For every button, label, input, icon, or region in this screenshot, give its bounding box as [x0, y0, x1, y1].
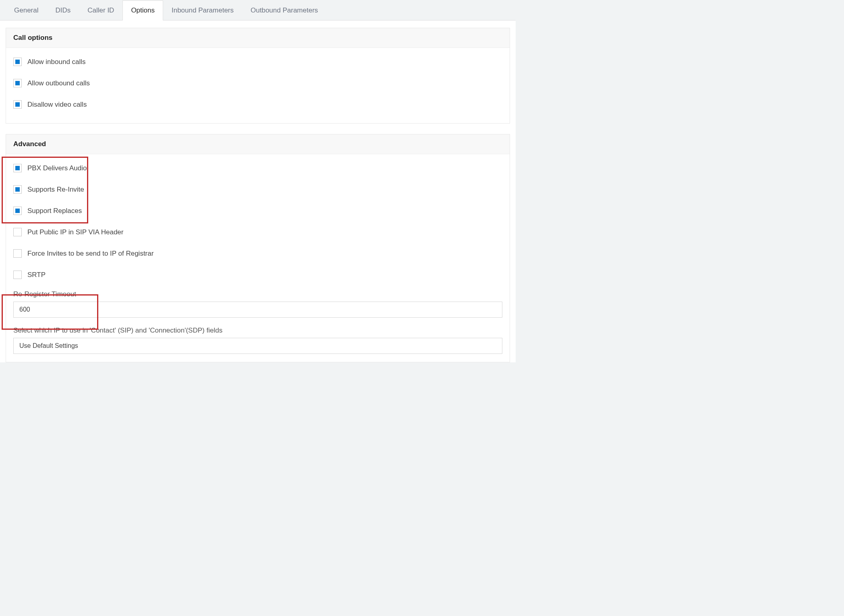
checkbox-supports-reinvite-label[interactable]: Supports Re-Invite: [27, 186, 84, 194]
tab-outbound-parameters[interactable]: Outbound Parameters: [242, 0, 326, 21]
tab-bar: General DIDs Caller ID Options Inbound P…: [0, 0, 516, 21]
panel-call-options: Call options Allow inbound calls Allow o…: [6, 28, 510, 124]
checkbox-srtp-label[interactable]: SRTP: [27, 271, 46, 279]
reregister-timeout-label: Re-Register Timeout: [13, 290, 502, 298]
panel-call-options-header: Call options: [6, 28, 510, 48]
checkbox-supports-reinvite[interactable]: [13, 185, 22, 194]
checkbox-allow-outbound-label[interactable]: Allow outbound calls: [27, 79, 90, 87]
tab-inbound-parameters[interactable]: Inbound Parameters: [163, 0, 242, 21]
ip-select-label: Select which IP to use in 'Contact' (SIP…: [13, 327, 502, 335]
checkbox-public-ip-sip-via-label[interactable]: Put Public IP in SIP VIA Header: [27, 228, 123, 236]
panel-advanced: Advanced PBX Delivers Audio Supports Re-…: [6, 134, 510, 362]
checkbox-srtp[interactable]: [13, 271, 22, 279]
tab-dids[interactable]: DIDs: [47, 0, 79, 21]
checkbox-public-ip-sip-via[interactable]: [13, 228, 22, 236]
checkbox-allow-inbound[interactable]: [13, 58, 22, 66]
checkbox-pbx-delivers-audio[interactable]: [13, 164, 22, 172]
tab-general[interactable]: General: [6, 0, 47, 21]
reregister-timeout-input[interactable]: [13, 302, 502, 318]
checkbox-force-invites-registrar-label[interactable]: Force Invites to be send to IP of Regist…: [27, 250, 153, 258]
tab-caller-id[interactable]: Caller ID: [79, 0, 122, 21]
checkbox-support-replaces[interactable]: [13, 207, 22, 215]
options-content: Call options Allow inbound calls Allow o…: [0, 21, 516, 362]
checkbox-force-invites-registrar[interactable]: [13, 249, 22, 258]
panel-advanced-header: Advanced: [6, 134, 510, 154]
checkbox-support-replaces-label[interactable]: Support Replaces: [27, 207, 82, 215]
checkbox-disallow-video[interactable]: [13, 100, 22, 109]
ip-select-dropdown[interactable]: Use Default Settings: [13, 338, 502, 354]
checkbox-allow-inbound-label[interactable]: Allow inbound calls: [27, 58, 86, 66]
checkbox-disallow-video-label[interactable]: Disallow video calls: [27, 101, 87, 109]
checkbox-pbx-delivers-audio-label[interactable]: PBX Delivers Audio: [27, 164, 87, 172]
checkbox-allow-outbound[interactable]: [13, 79, 22, 87]
tab-options[interactable]: Options: [122, 0, 163, 21]
